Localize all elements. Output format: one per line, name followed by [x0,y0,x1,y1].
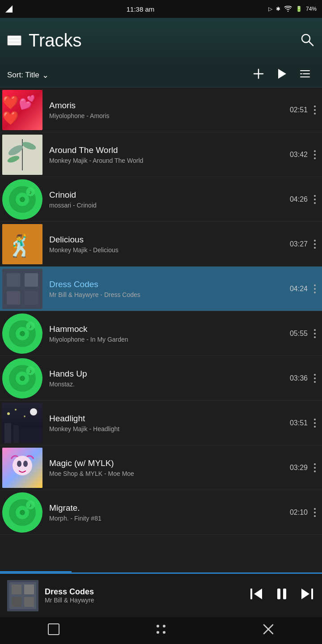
track-art [2,448,42,488]
status-right: ▷ ✱ 🔋 74% [268,6,317,12]
track-art: ❤️💕❤️ [2,90,42,130]
track-title: Delicious [49,235,272,245]
track-subtitle: Miyolophone - In My Garden [49,336,272,343]
battery-percent: 74% [306,6,317,12]
status-time: 11:38 am [127,5,155,13]
track-subtitle: Monkey Majik - Headlight [49,425,272,432]
track-item[interactable]: ♪ Hammock Miyolophone - In My Garden 05:… [0,311,322,356]
track-duration: 05:55 [276,330,308,338]
track-duration: 03:51 [276,419,308,427]
hamburger-line-3 [8,43,21,45]
menu-button[interactable] [7,35,21,46]
track-more-button[interactable] [308,325,322,343]
track-item[interactable]: Headlight Monkey Majik - Headlight 03:51 [0,401,322,445]
track-duration: 04:24 [276,285,308,293]
track-item[interactable]: Dress Codes Mr Bill & Haywyre - Dress Co… [0,267,322,311]
track-item[interactable]: ♪ Hands Up Monstaz. 03:36 [0,356,322,401]
track-subtitle: Monkey Majik - Around The World [49,157,272,164]
track-more-button[interactable] [308,414,322,432]
search-button[interactable] [300,32,315,49]
track-item[interactable]: 🕺 Delicious Monkey Majik - Delicious 03:… [0,222,322,267]
now-playing-thumb [7,580,38,611]
next-button[interactable] [299,586,315,605]
svg-rect-70 [48,624,59,635]
pause-button[interactable] [274,586,290,605]
wifi-icon [284,6,292,12]
track-duration: 02:51 [276,106,308,114]
track-info: Migrate. Morph. - Finity #81 [45,503,276,522]
add-track-button[interactable] [249,64,268,86]
track-item[interactable]: ❤️💕❤️ Amoris Miyolophone - Amoris 02:51 [0,88,322,132]
svg-rect-25 [25,273,38,287]
track-info: Dress Codes Mr Bill & Haywyre - Dress Co… [45,280,276,298]
track-more-button[interactable] [308,504,322,521]
track-subtitle: Miyolophone - Amoris [49,112,272,119]
play-all-button[interactable] [272,64,292,86]
recents-icon [47,623,60,636]
track-more-button[interactable] [308,235,322,253]
track-more-button[interactable] [308,280,322,298]
svg-point-71 [157,625,159,627]
track-title: Hammock [49,324,272,334]
play-status-icon: ▷ [268,6,272,12]
sort-bar: Sort: Title ⌄ [0,63,322,88]
track-item[interactable]: Around The World Monkey Majik - Around T… [0,132,322,177]
track-info: Hammock Miyolophone - In My Garden [45,324,276,343]
track-info: Crinoid mossari - Crinoid [45,190,276,209]
more-dots-icon [314,284,316,293]
now-playing-title: Dress Codes [45,587,249,597]
now-playing-art [7,580,38,611]
close-button[interactable] [262,623,275,639]
track-title: Headlight [49,414,272,424]
more-dots-icon [314,374,316,383]
sort-selector[interactable]: Sort: Title ⌄ [7,70,49,80]
more-dots-icon [314,106,316,114]
track-art: ♪ [2,358,42,398]
now-playing-bar: Dress Codes Mr Bill & Haywyre [0,572,322,617]
svg-rect-68 [311,589,313,599]
track-more-button[interactable] [308,146,322,164]
svg-marker-0 [5,5,13,13]
status-bar: 11:38 am ▷ ✱ 🔋 74% [0,0,322,18]
battery-icon: 🔋 [296,6,302,12]
home-button[interactable] [154,623,168,639]
sort-label: Sort: Title [7,71,39,80]
more-dots-icon [314,150,316,159]
track-title: Hands Up [49,369,272,379]
home-icon [154,623,168,636]
hamburger-line-2 [8,40,21,41]
track-item[interactable]: ♪ Crinoid mossari - Crinoid 04:26 [0,177,322,222]
track-info: Hands Up Monstaz. [45,369,276,388]
track-subtitle: mossari - Crinoid [49,202,272,209]
track-more-button[interactable] [308,369,322,387]
svg-marker-69 [301,589,309,599]
track-art [2,403,42,443]
svg-point-51 [23,461,28,467]
svg-rect-66 [277,589,280,599]
header-left: Tracks [7,30,82,51]
previous-button[interactable] [249,586,265,605]
track-more-button[interactable] [308,101,322,119]
track-more-button[interactable] [308,191,322,208]
more-dots-icon [314,329,316,338]
track-more-button[interactable] [308,459,322,477]
recents-button[interactable] [47,623,60,639]
search-icon [300,32,315,47]
svg-text:♪: ♪ [29,368,32,374]
track-title: Migrate. [49,503,272,513]
chevron-down-icon: ⌄ [42,70,49,80]
svg-text:♪: ♪ [29,323,32,330]
svg-rect-26 [7,291,20,305]
bluetooth-icon: ✱ [276,6,280,12]
track-title: Crinoid [49,190,272,200]
view-options-button[interactable] [295,64,315,86]
track-art [2,135,42,175]
svg-point-72 [163,625,165,627]
add-icon [252,68,265,80]
svg-text:♪: ♪ [29,502,32,508]
now-playing-progress [0,571,72,572]
track-item[interactable]: Magic (w/ MYLK) Moe Shop & MYLK - Moe Mo… [0,445,322,490]
svg-marker-5 [278,69,286,79]
track-item[interactable]: ♪ Migrate. Morph. - Finity #81 02:10 [0,490,322,535]
more-dots-icon [314,463,316,472]
